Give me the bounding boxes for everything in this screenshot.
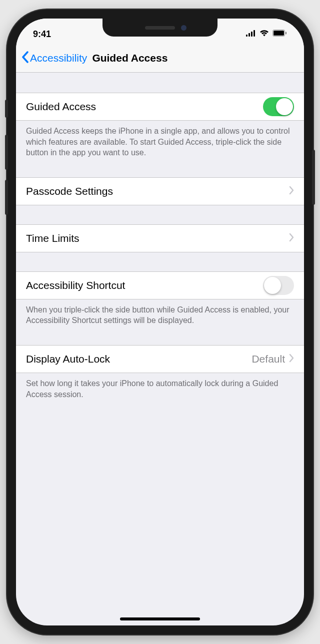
svg-rect-2 <box>251 32 252 37</box>
guided-access-footer: Guided Access keeps the iPhone in a sing… <box>16 121 304 158</box>
svg-rect-6 <box>286 32 286 35</box>
display-auto-lock-row[interactable]: Display Auto-Lock Default <box>16 345 304 373</box>
accessibility-shortcut-row[interactable]: Accessibility Shortcut <box>16 271 304 299</box>
back-button[interactable]: Accessibility <box>21 51 87 66</box>
wifi-icon <box>260 30 269 39</box>
screen: 9:41 Accessibility Guided Acces <box>16 19 304 625</box>
status-time: 9:41 <box>33 29 83 40</box>
page-title: Guided Access <box>92 52 168 64</box>
display-auto-lock-footer: Set how long it takes your iPhone to aut… <box>16 373 304 400</box>
status-icons <box>246 30 287 39</box>
guided-access-label: Guided Access <box>26 101 263 113</box>
chevron-right-icon <box>289 353 294 366</box>
back-label: Accessibility <box>30 52 87 64</box>
svg-rect-0 <box>246 35 248 37</box>
notch <box>102 19 218 37</box>
home-indicator[interactable] <box>120 617 200 620</box>
chevron-right-icon <box>289 185 294 198</box>
speaker-grille <box>145 26 175 30</box>
navigation-bar: Accessibility Guided Access <box>16 44 304 73</box>
chevron-left-icon <box>21 51 29 66</box>
passcode-settings-label: Passcode Settings <box>26 185 289 197</box>
volume-up-button <box>5 135 8 170</box>
cellular-icon <box>246 30 256 39</box>
battery-icon <box>272 30 287 39</box>
toggle-knob <box>276 98 293 115</box>
passcode-settings-row[interactable]: Passcode Settings <box>16 177 304 205</box>
front-camera <box>181 25 186 31</box>
settings-content: Guided Access Guided Access keeps the iP… <box>16 73 304 400</box>
side-button <box>312 150 315 205</box>
display-auto-lock-value: Default <box>252 353 285 365</box>
svg-rect-1 <box>248 33 250 37</box>
display-auto-lock-label: Display Auto-Lock <box>26 353 252 365</box>
iphone-device-frame: 9:41 Accessibility Guided Acces <box>7 10 313 634</box>
chevron-right-icon <box>289 232 294 245</box>
volume-down-button <box>5 180 8 215</box>
toggle-knob <box>264 277 281 294</box>
accessibility-shortcut-label: Accessibility Shortcut <box>26 279 263 291</box>
mute-switch <box>5 100 8 118</box>
time-limits-label: Time Limits <box>26 232 289 244</box>
svg-rect-5 <box>274 31 284 36</box>
guided-access-toggle[interactable] <box>263 97 294 116</box>
time-limits-row[interactable]: Time Limits <box>16 224 304 252</box>
accessibility-shortcut-toggle[interactable] <box>263 276 294 295</box>
accessibility-shortcut-footer: When you triple-click the side button wh… <box>16 299 304 326</box>
guided-access-row[interactable]: Guided Access <box>16 93 304 121</box>
svg-rect-3 <box>254 30 255 37</box>
